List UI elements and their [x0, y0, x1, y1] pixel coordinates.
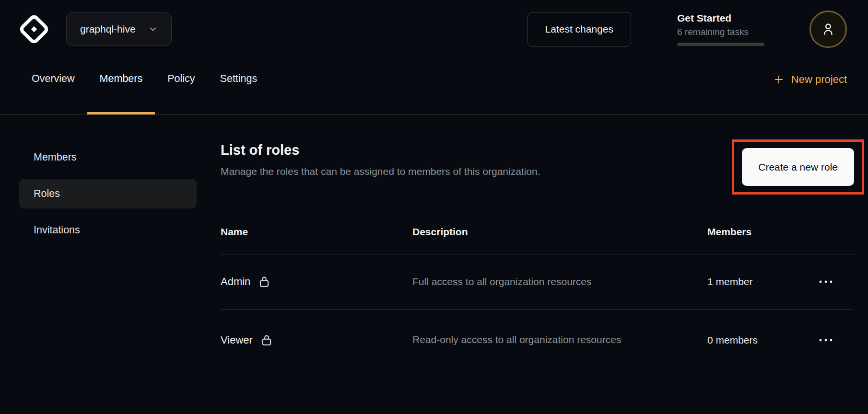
roles-panel: List of roles Manage the roles that can …: [221, 142, 854, 370]
annotation-highlight-box: Create a new role: [732, 139, 864, 195]
page-description: Manage the roles that can be assigned to…: [221, 164, 540, 179]
new-project-button[interactable]: New project: [774, 58, 847, 114]
page-title: List of roles: [221, 142, 540, 158]
role-members-count: 1 member: [707, 276, 818, 288]
lock-icon: [258, 275, 270, 288]
chevron-down-icon: [148, 24, 158, 34]
sidebar-item-members[interactable]: Members: [19, 142, 197, 172]
content-area: Members Roles Invitations List of roles …: [0, 115, 868, 370]
roles-panel-header: List of roles Manage the roles that can …: [221, 142, 854, 195]
get-started-widget[interactable]: Get Started 6 remaining tasks: [677, 12, 764, 46]
app-window: graphql-hive Latest changes Get Started …: [0, 0, 868, 414]
tab-members[interactable]: Members: [87, 58, 155, 114]
org-selector-button[interactable]: graphql-hive: [66, 12, 172, 46]
lock-icon: [260, 334, 273, 347]
column-header-members: Members: [707, 226, 818, 238]
tab-policy[interactable]: Policy: [155, 58, 207, 114]
row-menu-button[interactable]: [818, 334, 835, 346]
sidebar-item-invitations[interactable]: Invitations: [19, 215, 197, 245]
role-name-cell: Viewer: [221, 334, 412, 347]
hive-logo-icon: [18, 13, 50, 45]
role-name: Admin: [221, 276, 250, 288]
sidebar-item-roles[interactable]: Roles: [19, 179, 197, 208]
roles-table: Name Description Members Admin Full acce…: [221, 226, 854, 370]
get-started-progressbar: [677, 43, 764, 46]
members-sidebar: Members Roles Invitations: [19, 142, 197, 370]
tab-overview[interactable]: Overview: [19, 58, 87, 114]
table-row-viewer: Viewer Read-only access to all organizat…: [221, 309, 854, 370]
latest-changes-button[interactable]: Latest changes: [528, 12, 631, 46]
roles-table-header: Name Description Members: [221, 226, 854, 254]
user-avatar[interactable]: [809, 11, 847, 48]
get-started-subtitle: 6 remaining tasks: [677, 27, 764, 37]
top-header: graphql-hive Latest changes Get Started …: [0, 0, 868, 58]
roles-panel-titles: List of roles Manage the roles that can …: [221, 142, 540, 179]
ellipsis-icon: [819, 280, 834, 284]
column-header-description: Description: [412, 226, 707, 238]
role-name-cell: Admin: [221, 275, 412, 288]
new-project-label: New project: [791, 73, 847, 86]
org-tabs: Overview Members Policy Settings New pro…: [0, 58, 868, 115]
tab-settings[interactable]: Settings: [208, 58, 270, 114]
create-role-button[interactable]: Create a new role: [742, 148, 854, 186]
get-started-title: Get Started: [677, 12, 764, 24]
role-description: Full access to all organization resource…: [412, 273, 643, 291]
person-icon: [820, 21, 836, 37]
table-row-admin: Admin Full access to all organization re…: [221, 254, 854, 309]
plus-icon: [774, 74, 784, 85]
column-header-name: Name: [221, 226, 412, 238]
row-menu-button[interactable]: [818, 276, 835, 288]
org-selector-label: graphql-hive: [80, 23, 136, 35]
ellipsis-icon: [819, 338, 834, 342]
role-members-count: 0 members: [707, 334, 818, 346]
role-name: Viewer: [221, 334, 253, 346]
role-description: Read-only access to all organization res…: [412, 331, 643, 349]
